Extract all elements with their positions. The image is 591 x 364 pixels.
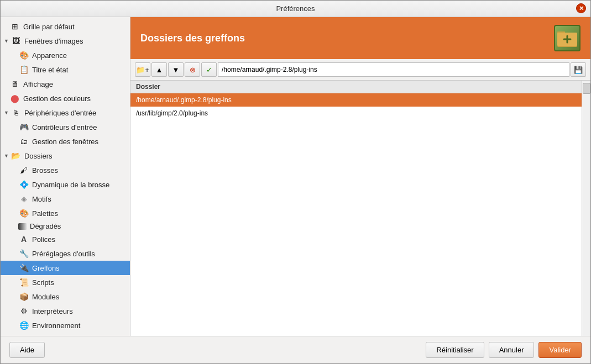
- script-icon: 📜: [18, 277, 29, 288]
- panel-header-icon: [554, 25, 580, 51]
- sidebar-item-affichage[interactable]: ▶ 🖥 Affichage: [1, 77, 130, 91]
- sidebar-item-label: Titre et état: [32, 66, 68, 74]
- device-icon: 🖱: [11, 107, 22, 118]
- sidebar-item-apparence[interactable]: ▶ 🎨 Apparence: [1, 48, 130, 62]
- sidebar-item-label: Scripts: [32, 278, 54, 287]
- sidebar-item-peripheriques[interactable]: ▼ 🖱 Périphériques d'entrée: [1, 105, 130, 120]
- sidebar-item-gestion-couleurs[interactable]: ▶ ⬤ Gestion des couleurs: [1, 91, 130, 105]
- close-button[interactable]: ✕: [576, 3, 586, 13]
- right-panel: Dossiers des greffons 📁+ ▲ ▼ ⊗ ✓: [130, 17, 590, 336]
- brush-icon: 🖌: [18, 165, 29, 176]
- scrollbar[interactable]: [582, 81, 590, 336]
- sidebar-item-label: Gestion des couleurs: [23, 94, 91, 103]
- title-icon: 📋: [18, 64, 29, 75]
- sidebar-item-prereglages[interactable]: ▶ 🔧 Préréglages d'outils: [1, 246, 130, 261]
- sidebar-item-controleurs[interactable]: ▶ 🎮 Contrôleurs d'entrée: [1, 120, 130, 134]
- sidebar-item-label: Préréglages d'outils: [32, 250, 95, 258]
- gradient-icon: [18, 223, 27, 230]
- main-content: ▶ ⊞ Grille par défaut ▼ 🖼 Fenêtres d'ima…: [1, 17, 590, 336]
- winfolder-icon: 🗂: [18, 136, 29, 147]
- sidebar-item-motifs[interactable]: ▶ ◈ Motifs: [1, 192, 130, 206]
- color-icon: ⬤: [9, 93, 20, 104]
- sidebar-item-label: Polices: [32, 235, 55, 244]
- sidebar-item-grille[interactable]: ▶ ⊞ Grille par défaut: [1, 19, 130, 34]
- window-title: Préférences: [276, 4, 315, 13]
- sidebar-item-label: Dossiers: [24, 152, 53, 160]
- controller-icon: 🎮: [18, 122, 29, 133]
- sidebar-item-label: Contrôleurs d'entrée: [32, 123, 97, 131]
- cancel-button[interactable]: Annuler: [489, 342, 535, 358]
- module-icon: 📦: [18, 291, 29, 302]
- plugin-icon: 🔌: [18, 262, 29, 273]
- sidebar-item-greffons[interactable]: ▶ 🔌 Greffons: [1, 261, 130, 275]
- folder-row[interactable]: /usr/lib/gimp/2.0/plug-ins: [130, 107, 582, 120]
- panel-header: Dossiers des greffons: [130, 17, 590, 59]
- folder-path: /usr/lib/gimp/2.0/plug-ins: [136, 109, 208, 117]
- sidebar-item-dossiers[interactable]: ▼ 📂 Dossiers: [1, 149, 130, 163]
- bottom-bar: Aide Réinitialiser Annuler Valider: [1, 336, 590, 363]
- sidebar-item-gestion-fenetres[interactable]: ▶ 🗂 Gestion des fenêtres: [1, 134, 130, 149]
- sidebar-item-label: Affichage: [23, 80, 53, 88]
- folder-list-container: Dossier /home/arnaud/.gimp-2.8/plug-ins …: [130, 81, 590, 336]
- sidebar-item-label: Greffons: [32, 264, 60, 272]
- pattern-icon: ◈: [18, 193, 29, 204]
- preset-icon: 🔧: [18, 248, 29, 259]
- move-down-button[interactable]: ▼: [168, 62, 184, 77]
- sidebar-item-label: Fenêtres d'images: [24, 37, 83, 45]
- dynamic-icon: 💠: [18, 179, 29, 190]
- sidebar-item-palettes[interactable]: ▶ 🎨 Palettes: [1, 206, 130, 220]
- delete-button[interactable]: ⊗: [185, 62, 200, 77]
- palette-icon: 🎨: [18, 208, 29, 219]
- sidebar-item-label: Motifs: [32, 195, 51, 203]
- appearance-icon: 🎨: [18, 50, 29, 61]
- sidebar-item-label: Apparence: [32, 51, 67, 60]
- folder-plus-icon: [556, 27, 578, 49]
- preferences-window: Préférences ✕ ▶ ⊞ Grille par défaut ▼ 🖼 …: [0, 0, 591, 364]
- move-up-button[interactable]: ▲: [151, 62, 167, 77]
- sidebar-item-label: Dynamique de la brosse: [32, 181, 109, 189]
- title-bar: Préférences ✕: [1, 1, 590, 17]
- add-folder-button[interactable]: 📁+: [135, 62, 150, 77]
- reset-button[interactable]: Réinitialiser: [426, 342, 484, 358]
- panel-title: Dossiers des greffons: [140, 33, 245, 44]
- browse-button[interactable]: 💾: [571, 62, 586, 77]
- sidebar-item-polices[interactable]: ▶ A Polices: [1, 232, 130, 246]
- grid-icon: ⊞: [9, 21, 20, 32]
- folder-list: /home/arnaud/.gimp-2.8/plug-ins /usr/lib…: [130, 93, 582, 336]
- display-icon: 🖥: [9, 78, 20, 89]
- sidebar-item-label: Grille par défaut: [23, 23, 75, 31]
- path-input[interactable]: [218, 62, 569, 77]
- env-icon: 🌐: [18, 320, 29, 331]
- sidebar-item-label: Interpréteurs: [32, 307, 73, 315]
- confirm-button[interactable]: ✓: [201, 62, 217, 77]
- sidebar-item-interpreteurs[interactable]: ▶ ⚙ Interpréteurs: [1, 304, 130, 318]
- sidebar-item-degrades[interactable]: ▶ Dégradés: [1, 220, 130, 232]
- sidebar-item-label: Brosses: [32, 166, 58, 175]
- help-button[interactable]: Aide: [9, 342, 45, 358]
- right-button-group: Réinitialiser Annuler Valider: [426, 342, 582, 358]
- sidebar-item-label: Modules: [32, 293, 59, 301]
- ok-button[interactable]: Valider: [538, 342, 582, 358]
- sidebar: ▶ ⊞ Grille par défaut ▼ 🖼 Fenêtres d'ima…: [1, 17, 130, 336]
- folder-path: /home/arnaud/.gimp-2.8/plug-ins: [136, 96, 232, 104]
- arrow-icon: ▼: [4, 38, 9, 44]
- sidebar-item-environnement[interactable]: ▶ 🌐 Environnement: [1, 318, 130, 333]
- toolbar: 📁+ ▲ ▼ ⊗ ✓ 💾: [130, 59, 590, 81]
- interp-icon: ⚙: [18, 305, 29, 316]
- sidebar-item-label: Périphériques d'entrée: [24, 109, 96, 117]
- sidebar-item-label: Gestion des fenêtres: [32, 138, 98, 146]
- window-icon: 🖼: [11, 35, 22, 46]
- sidebar-item-brosses[interactable]: ▶ 🖌 Brosses: [1, 163, 130, 177]
- sidebar-item-titre[interactable]: ▶ 📋 Titre et état: [1, 62, 130, 77]
- arrow-icon: ▼: [4, 153, 9, 159]
- dirs-icon: 📂: [11, 150, 22, 161]
- sidebar-item-dynamique[interactable]: ▶ 💠 Dynamique de la brosse: [1, 177, 130, 192]
- folder-list-header: Dossier: [130, 81, 582, 93]
- sidebar-item-label: Dégradés: [30, 222, 61, 230]
- arrow-icon: ▼: [4, 110, 9, 115]
- sidebar-item-fenetres[interactable]: ▼ 🖼 Fenêtres d'images: [1, 34, 130, 48]
- sidebar-item-label: Environnement: [32, 321, 80, 330]
- sidebar-item-modules[interactable]: ▶ 📦 Modules: [1, 289, 130, 304]
- folder-row[interactable]: /home/arnaud/.gimp-2.8/plug-ins: [130, 93, 582, 107]
- sidebar-item-scripts[interactable]: ▶ 📜 Scripts: [1, 275, 130, 289]
